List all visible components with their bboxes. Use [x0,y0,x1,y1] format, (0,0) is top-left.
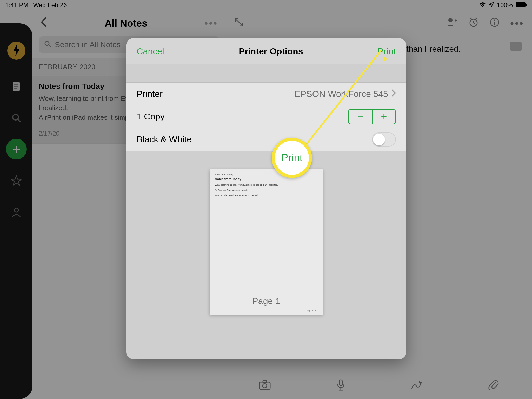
preview-line: Wow, learning to print from Evernote is … [215,184,318,186]
preview-footer: Page 1 of 1 [306,309,318,312]
modal-title: Printer Options [164,46,378,56]
black-white-row: Black & White [126,128,406,151]
callout-highlight: Print [272,138,312,178]
bw-label: Black & White [137,134,192,144]
print-preview-page[interactable]: Notes from Today Notes from Today Wow, l… [210,169,323,315]
callout-anchor-dot [383,57,387,61]
printer-row[interactable]: Printer EPSON WorkForce 545 [126,82,406,105]
printer-value: EPSON WorkForce 545 [295,89,388,99]
preview-page-title: Notes from Today [215,177,318,181]
bw-toggle[interactable] [372,132,396,147]
copies-label: 1 Copy [137,111,165,122]
callout-label: Print [281,152,302,164]
copies-stepper: − + [348,109,396,124]
preview-page-label: Page 1 [252,296,280,306]
copies-decrement-button[interactable]: − [349,110,372,124]
print-preview-area: Notes from Today Notes from Today Wow, l… [126,151,406,359]
preview-line: You can also send a note via text or ema… [215,194,318,197]
cancel-button[interactable]: Cancel [137,46,164,56]
chevron-right-icon [391,89,396,99]
printer-options-modal: Cancel Printer Options Print Printer EPS… [126,38,406,359]
preview-line: AirPrint on iPad makes it simple. [215,189,318,191]
copies-increment-button[interactable]: + [372,110,395,124]
printer-label: Printer [137,89,163,99]
copies-row: 1 Copy − + [126,105,406,128]
